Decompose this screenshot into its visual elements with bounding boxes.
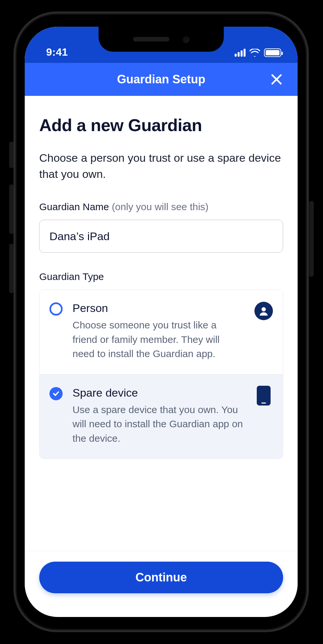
guardian-type-options: Person Choose someone you trust like a f…: [39, 290, 283, 459]
option-person[interactable]: Person Choose someone you trust like a f…: [40, 290, 283, 374]
device-power-button: [309, 201, 314, 277]
radio-unchecked-icon: [49, 302, 63, 316]
option-spare-device-title: Spare device: [73, 386, 245, 399]
device-speaker: [133, 37, 169, 42]
option-person-body: Person Choose someone you trust like a f…: [73, 302, 245, 361]
guardian-name-label-text: Guardian Name: [39, 201, 109, 212]
wifi-icon: [250, 49, 260, 57]
device-notch: [99, 27, 224, 52]
status-icons: [235, 48, 281, 58]
smartphone-icon: [254, 386, 273, 405]
radio-checked-icon: [49, 387, 63, 400]
nav-header: Guardian Setup: [25, 63, 298, 96]
guardian-type-label: Guardian Type: [39, 271, 283, 282]
content-area: Add a new Guardian Choose a person you t…: [25, 96, 298, 551]
option-person-desc: Choose someone you trust like a friend o…: [73, 318, 245, 361]
device-mute-switch: [9, 142, 14, 168]
cellular-signal-icon: [235, 49, 246, 57]
svg-point-2: [262, 307, 266, 312]
option-spare-device[interactable]: Spare device Use a spare device that you…: [40, 374, 283, 459]
device-front-camera: [182, 36, 189, 43]
battery-full-icon: [264, 48, 281, 57]
close-button[interactable]: [269, 72, 284, 87]
continue-button[interactable]: Continue: [39, 562, 283, 593]
nav-title: Guardian Setup: [117, 72, 205, 86]
status-time: 9:41: [46, 46, 68, 58]
option-spare-device-desc: Use a spare device that you own. You wil…: [73, 403, 245, 446]
screen: 9:41 Guardian Setup: [25, 27, 298, 617]
footer: Continue: [25, 551, 298, 617]
phone-frame: 9:41 Guardian Setup: [14, 12, 309, 632]
option-person-title: Person: [73, 302, 245, 315]
option-spare-device-body: Spare device Use a spare device that you…: [73, 386, 245, 446]
page-subtitle: Choose a person you trust or use a spare…: [39, 150, 283, 182]
person-circle-icon: [254, 302, 273, 320]
device-volume-up: [9, 184, 14, 234]
device-volume-down: [9, 244, 14, 293]
guardian-name-hint: (only you will see this): [112, 201, 208, 212]
guardian-name-label: Guardian Name (only you will see this): [39, 201, 283, 212]
page-title: Add a new Guardian: [39, 116, 283, 135]
guardian-name-input[interactable]: [39, 220, 283, 253]
close-icon: [271, 74, 282, 85]
